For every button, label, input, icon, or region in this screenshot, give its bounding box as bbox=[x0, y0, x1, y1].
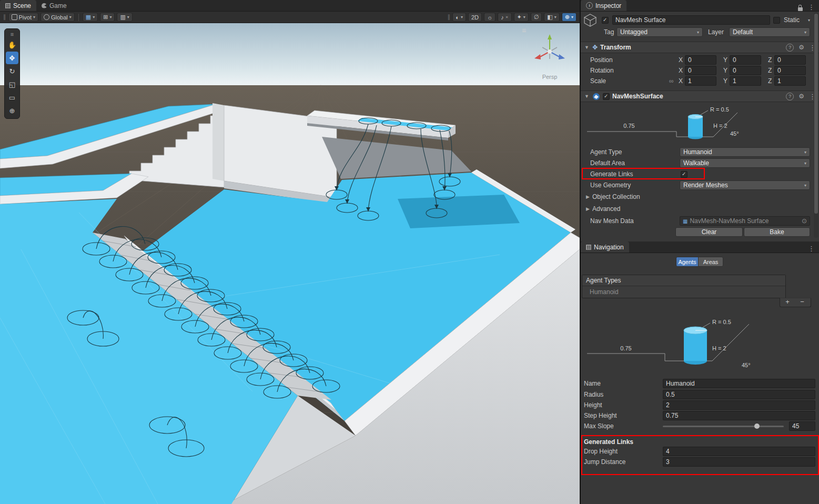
tab-navigation[interactable]: Navigation bbox=[581, 241, 629, 253]
caret-down-icon: ▾ bbox=[109, 15, 112, 19]
generate-links-checkbox[interactable] bbox=[681, 171, 687, 178]
position-x-field[interactable] bbox=[685, 55, 716, 65]
add-agent-button[interactable]: + bbox=[780, 298, 795, 307]
help-icon[interactable]: ? bbox=[786, 93, 794, 100]
kebab-menu-icon[interactable]: ⋮ bbox=[808, 3, 815, 11]
height-field[interactable] bbox=[663, 400, 815, 410]
rotation-y-field[interactable] bbox=[730, 66, 761, 75]
remove-agent-button[interactable]: − bbox=[795, 298, 810, 307]
list-footer: + − bbox=[780, 298, 811, 307]
rotation-row: Rotation X Y Z bbox=[581, 66, 819, 75]
grid-visibility-button[interactable]: ▦ ▾ bbox=[83, 13, 98, 22]
agent-type-item[interactable]: Humanoid bbox=[582, 286, 785, 298]
axis-x-label: X bbox=[679, 56, 683, 64]
2d-toggle[interactable]: 2D bbox=[468, 13, 482, 22]
drop-height-label: Drop Height bbox=[584, 448, 618, 455]
navigation-tab-label: Navigation bbox=[594, 244, 624, 251]
transform-title: Transform bbox=[600, 44, 631, 51]
static-caret-icon[interactable]: ▾ bbox=[808, 18, 810, 23]
scene-overlay-menu-icon[interactable]: ≡ bbox=[522, 26, 526, 35]
agent-type-dropdown[interactable]: Humanoid ▾ bbox=[680, 147, 810, 157]
object-collection-foldout[interactable]: ▶ Object Collection bbox=[581, 192, 819, 201]
rect-tool[interactable]: ▭ bbox=[6, 91, 18, 104]
caret-down-icon: ▾ bbox=[697, 30, 699, 35]
move-tool[interactable]: ✥ bbox=[6, 52, 18, 64]
tag-dropdown[interactable]: Untagged ▾ bbox=[616, 27, 703, 37]
foldout-icon[interactable]: ▼ bbox=[584, 45, 590, 50]
inspector-scrollbar[interactable] bbox=[814, 13, 818, 238]
diagram-slope-label: 45° bbox=[730, 130, 739, 137]
nav-mesh-data-row: Nav Mesh Data ▦ NavMesh-NavMesh Surface … bbox=[581, 216, 819, 226]
snap-button[interactable]: ⊞ ▾ bbox=[100, 13, 115, 22]
use-geometry-dropdown[interactable]: Render Meshes ▾ bbox=[680, 180, 810, 190]
gameobject-name-field[interactable] bbox=[612, 15, 770, 25]
help-icon[interactable]: ? bbox=[786, 44, 794, 52]
rotation-z-field[interactable] bbox=[774, 66, 806, 75]
gizmos-dropdown[interactable]: ⊕ ▾ bbox=[562, 13, 577, 22]
jump-distance-field[interactable] bbox=[663, 457, 815, 467]
position-y-field[interactable] bbox=[730, 55, 761, 65]
position-z-field[interactable] bbox=[774, 55, 806, 65]
scale-z-field[interactable] bbox=[774, 76, 806, 86]
kebab-menu-icon[interactable]: ⋮ bbox=[808, 245, 815, 253]
radius-field[interactable] bbox=[663, 390, 815, 399]
nav-mesh-data-field[interactable]: ▦ NavMesh-NavMesh Surface ⊙ bbox=[680, 216, 810, 226]
max-slope-slider-thumb[interactable] bbox=[754, 424, 760, 429]
scene-lighting-toggle[interactable]: ☼ bbox=[484, 13, 496, 22]
toolbar-drag-handle[interactable]: ∥ bbox=[3, 14, 6, 21]
advanced-foldout[interactable]: ▶ Advanced bbox=[581, 204, 819, 214]
globe-icon bbox=[44, 14, 49, 20]
agent-diagram-large: R = 0.5 H = 2 0.75 45° bbox=[581, 313, 819, 377]
default-area-dropdown[interactable]: Walkable ▾ bbox=[680, 158, 810, 168]
rotate-tool[interactable]: ↻ bbox=[6, 65, 18, 77]
tab-scene[interactable]: Scene bbox=[0, 0, 36, 11]
pivot-dropdown[interactable]: Pivot ▾ bbox=[8, 13, 38, 22]
name-field[interactable] bbox=[663, 379, 815, 388]
transform-tool[interactable]: ⊕ bbox=[6, 104, 18, 117]
measure-button[interactable]: ▥ ▾ bbox=[117, 13, 132, 22]
tab-inspector[interactable]: i Inspector bbox=[581, 0, 626, 11]
layer-dropdown[interactable]: Default ▾ bbox=[729, 27, 810, 37]
hidden-objects-toggle[interactable]: ∅ bbox=[531, 13, 542, 22]
effects-dropdown[interactable]: ✦ ▾ bbox=[514, 13, 529, 22]
preset-icon[interactable]: ⚙ bbox=[798, 93, 804, 100]
step-height-field[interactable] bbox=[663, 411, 815, 420]
gameobject-active-checkbox[interactable] bbox=[602, 17, 609, 24]
object-picker-icon[interactable]: ⊙ bbox=[802, 217, 807, 225]
agent-type-value: Humanoid bbox=[683, 148, 712, 156]
global-dropdown[interactable]: Global ▾ bbox=[41, 13, 75, 22]
height-label: Height bbox=[584, 401, 602, 409]
draw-mode-dropdown[interactable]: ◐ ▾ bbox=[452, 13, 466, 22]
foldout-icon[interactable]: ▼ bbox=[584, 94, 590, 99]
component-enabled-checkbox[interactable] bbox=[603, 93, 610, 100]
tab-game[interactable]: Game bbox=[36, 0, 72, 11]
lock-icon[interactable] bbox=[798, 7, 803, 11]
scene-viewport[interactable]: Persp bbox=[0, 23, 580, 504]
agents-tab[interactable]: Agents bbox=[676, 257, 699, 267]
unity-editor: Scene Game ∥ Pivot ▾ Global ▾ ▦ ▾ bbox=[0, 0, 819, 504]
max-slope-field[interactable] bbox=[789, 421, 815, 431]
max-slope-slider[interactable] bbox=[663, 426, 784, 427]
clear-button[interactable]: Clear bbox=[675, 227, 743, 237]
rotation-x-field[interactable] bbox=[685, 66, 716, 75]
scale-tool[interactable]: ◱ bbox=[6, 78, 18, 90]
constrain-proportions-icon[interactable]: ∞ bbox=[669, 77, 674, 85]
scale-x-field[interactable] bbox=[685, 76, 716, 86]
areas-tab[interactable]: Areas bbox=[698, 257, 723, 267]
rotation-label: Rotation bbox=[590, 67, 614, 74]
static-checkbox[interactable] bbox=[773, 17, 780, 24]
view-tool[interactable]: ✋ bbox=[6, 38, 18, 51]
navmeshsurface-header[interactable]: ▼ NavMeshSurface ? ⚙ ⋮ bbox=[581, 90, 819, 102]
bake-button[interactable]: Bake bbox=[744, 227, 810, 237]
snap-icon: ⊞ bbox=[103, 14, 108, 21]
transform-header[interactable]: ▼ ✥ Transform ? ⚙ ⋮ bbox=[581, 42, 819, 53]
preset-icon[interactable]: ⚙ bbox=[798, 44, 804, 51]
overlay-menu-icon[interactable]: ≡ bbox=[6, 31, 18, 38]
scene-audio-toggle[interactable]: ♪✕ bbox=[498, 13, 511, 22]
inspector-tabbar: i Inspector ⋮ bbox=[581, 0, 819, 12]
camera-settings-dropdown[interactable]: ◧ ▾ bbox=[544, 13, 559, 22]
drop-height-field[interactable] bbox=[663, 447, 815, 456]
transform-icon: ✥ bbox=[592, 44, 598, 51]
scale-y-field[interactable] bbox=[730, 76, 761, 86]
projection-label[interactable]: Persp bbox=[542, 74, 558, 80]
